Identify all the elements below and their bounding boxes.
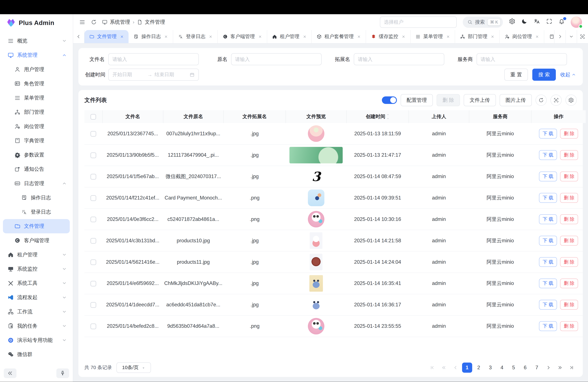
toolbar-button-文件上传[interactable]: 文件上传	[464, 94, 496, 106]
sidebar-item-角色管理[interactable]: 角色管理	[3, 76, 70, 91]
notifications-button[interactable]	[558, 18, 565, 26]
delete-button[interactable]: 删 除	[560, 300, 578, 310]
delete-button[interactable]: 删 除	[560, 171, 578, 181]
toolbar-button-图片上传[interactable]: 图片上传	[500, 94, 532, 106]
download-button[interactable]: 下 载	[539, 257, 557, 267]
file-preview-thumbnail-pink-cat-product[interactable]	[310, 232, 322, 249]
sidebar-item-字典管理[interactable]: 字典管理	[3, 133, 70, 148]
tab-字典管理[interactable]: 字典管理	[544, 30, 554, 43]
sidebar-item-用户管理[interactable]: 用户管理	[3, 62, 70, 76]
row-checkbox[interactable]	[90, 131, 96, 137]
tab-岗位管理[interactable]: 岗位管理	[500, 30, 544, 43]
collapse-sidebar-button[interactable]	[4, 368, 17, 378]
sidebar-item-客户端管理[interactable]: 客户端管理	[3, 233, 70, 248]
row-checkbox[interactable]	[90, 217, 96, 222]
sidebar-item-流程发起[interactable]: 流程发起	[3, 290, 70, 305]
page-button-7[interactable]: 7	[532, 362, 542, 373]
file-preview-thumbnail-pink-plush-toy[interactable]	[308, 125, 324, 142]
column-settings-button[interactable]	[566, 95, 577, 106]
breadcrumb-item[interactable]: 系统管理	[102, 19, 130, 25]
sidebar-item-系统工具[interactable]: 系统工具	[3, 276, 70, 290]
sidebar-item-演示站专用功能[interactable]: 演示站专用功能	[3, 333, 70, 347]
language-button[interactable]	[534, 18, 540, 26]
sidebar-item-租户管理[interactable]: 租户管理	[3, 248, 70, 262]
sidebar-item-登录日志[interactable]: 登录日志	[3, 205, 70, 219]
tab-租户套餐管理[interactable]: 租户套餐管理	[312, 30, 366, 43]
sidebar-item-日志管理[interactable]: DEV日志管理	[3, 176, 70, 191]
download-button[interactable]: 下 载	[539, 236, 557, 246]
search-button[interactable]: 搜 索	[532, 69, 556, 81]
服务商-input[interactable]	[481, 57, 563, 62]
fullscreen-button[interactable]	[546, 18, 552, 26]
sidebar-item-概览[interactable]: 概览	[3, 34, 70, 48]
reset-button[interactable]: 重 置	[504, 69, 528, 81]
row-checkbox[interactable]	[90, 174, 96, 179]
tab-操作日志[interactable]: 操作日志	[128, 30, 173, 43]
sidebar-item-通知公告[interactable]: 通知公告	[3, 162, 70, 176]
sidebar-item-岗位管理[interactable]: 岗位管理	[3, 119, 70, 133]
tab-客户端管理[interactable]: 客户端管理	[218, 30, 267, 43]
settings-button[interactable]	[509, 18, 515, 26]
stripe-toggle[interactable]	[382, 96, 397, 104]
tenant-select-input[interactable]	[380, 17, 457, 28]
avatar[interactable]	[571, 17, 582, 28]
page-button-6[interactable]: 6	[520, 362, 530, 373]
breadcrumb-item[interactable]: 文件管理	[137, 19, 165, 25]
delete-button[interactable]: 删 除	[560, 150, 578, 160]
table-fullscreen-button[interactable]	[550, 95, 562, 106]
pin-sidebar-button[interactable]	[56, 368, 69, 378]
file-preview-thumbnail-robot-sunglasses[interactable]	[308, 211, 324, 227]
page-button-1[interactable]: 1	[462, 362, 472, 373]
sidebar-item-文件管理[interactable]: 文件管理	[3, 219, 70, 233]
column-header-创建时间[interactable]: 创建时间	[346, 110, 409, 123]
file-preview-thumbnail-robot-sunglasses[interactable]	[308, 318, 324, 335]
文件名-input[interactable]	[112, 57, 195, 62]
tabs-scroll-right-button[interactable]	[554, 30, 566, 43]
tabs-scroll-left-button[interactable]	[73, 30, 84, 43]
dark-mode-button[interactable]	[521, 18, 527, 26]
sidebar-item-菜单管理[interactable]: 菜单管理	[3, 91, 70, 105]
delete-button[interactable]: 删 除	[560, 321, 578, 331]
tab-租户管理[interactable]: 租户管理	[267, 30, 312, 43]
next-page-button[interactable]	[544, 362, 554, 373]
row-checkbox[interactable]	[90, 152, 96, 158]
last-page-button[interactable]	[567, 362, 577, 373]
download-button[interactable]: 下 载	[539, 214, 557, 224]
拓展名-input[interactable]	[358, 57, 440, 62]
sidebar-item-操作日志[interactable]: 操作日志	[3, 191, 70, 205]
row-checkbox[interactable]	[90, 195, 96, 201]
page-button-3[interactable]: 3	[485, 362, 495, 373]
download-button[interactable]: 下 载	[539, 321, 557, 331]
sidebar-item-系统监控[interactable]: 系统监控	[3, 262, 70, 276]
page-button-5[interactable]: 5	[508, 362, 519, 373]
file-preview-thumbnail-stitch-cartoon[interactable]	[309, 275, 323, 292]
page-button-2[interactable]: 2	[474, 362, 484, 373]
download-button[interactable]: 下 载	[539, 300, 557, 310]
refresh-table-button[interactable]	[536, 95, 547, 106]
page-button-4[interactable]: 4	[497, 362, 507, 373]
row-checkbox[interactable]	[90, 302, 96, 308]
tab-部门管理[interactable]: 部门管理	[455, 30, 500, 43]
delete-button[interactable]: 删 除	[560, 193, 578, 203]
tabs-menu-button[interactable]	[566, 30, 577, 43]
delete-button[interactable]: 删 除	[560, 278, 578, 288]
refresh-page-icon[interactable]	[91, 19, 97, 25]
sidebar-item-我的任务[interactable]: 我的任务	[3, 319, 70, 333]
content-fullscreen-button[interactable]	[577, 30, 588, 43]
date-range-input[interactable]: 开始日期 → 结束日期	[108, 69, 199, 81]
page-size-select[interactable]: 10条/页	[116, 362, 151, 373]
file-preview-thumbnail-black-calligraphy-3[interactable]: 3	[305, 168, 328, 185]
download-button[interactable]: 下 载	[539, 150, 557, 160]
tab-文件管理[interactable]: 文件管理	[84, 30, 129, 43]
next-5-pages-button[interactable]	[555, 362, 565, 373]
download-button[interactable]: 下 载	[539, 129, 557, 139]
prev-page-button[interactable]	[450, 362, 461, 373]
prev-5-pages-button[interactable]	[439, 362, 449, 373]
file-preview-thumbnail-card-payment-illustration[interactable]	[308, 190, 324, 206]
sidebar-item-工作流[interactable]: 工作流	[3, 305, 70, 319]
file-preview-thumbnail-green-reading-banner[interactable]	[289, 147, 343, 163]
tab-登录日志[interactable]: 登录日志	[173, 30, 218, 43]
file-preview-thumbnail-dark-red-ball-product[interactable]	[310, 254, 322, 270]
row-checkbox[interactable]	[90, 323, 96, 329]
delete-button[interactable]: 删 除	[560, 257, 578, 267]
